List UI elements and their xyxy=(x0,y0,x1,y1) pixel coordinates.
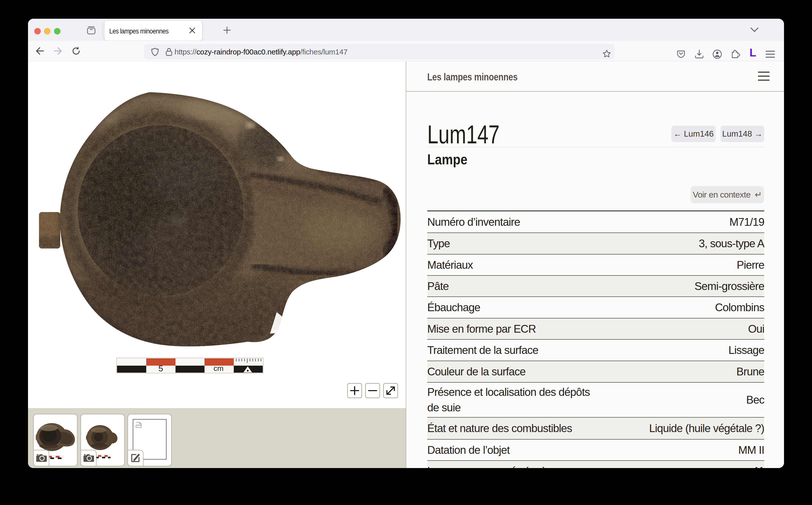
svg-text:5: 5 xyxy=(158,364,163,373)
svg-text:cm: cm xyxy=(214,364,224,372)
